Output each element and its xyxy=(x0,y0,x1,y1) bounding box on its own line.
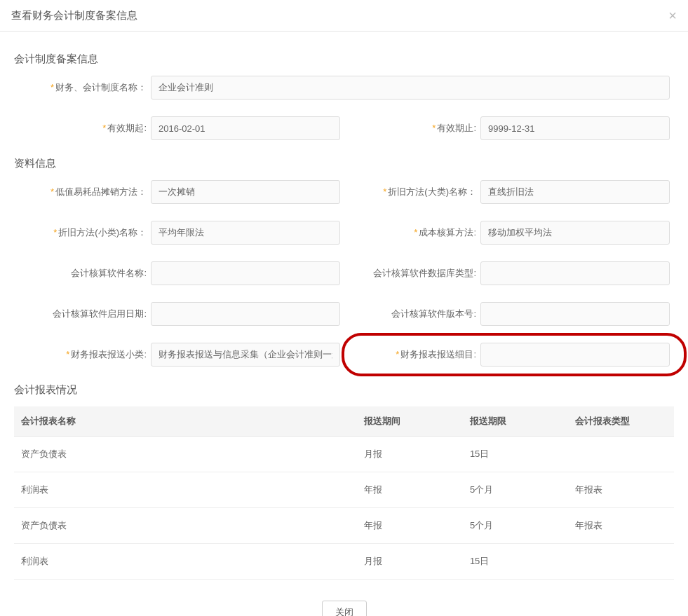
label-system-name: 财务、会计制度名称： xyxy=(14,81,151,94)
cell-period: 年报 xyxy=(357,508,463,544)
label-rpt-minor: 财务报表报送小类: xyxy=(14,348,151,361)
close-icon[interactable]: × xyxy=(668,8,677,22)
table-row: 利润表 年报 5个月 年报表 xyxy=(14,472,674,508)
highlight-rpt-detail: 财务报表报送细目: xyxy=(354,343,674,367)
cell-name: 资产负债表 xyxy=(14,508,357,544)
table-row: 资产负债表 月报 15日 xyxy=(14,437,674,472)
input-sw-db[interactable] xyxy=(480,261,670,285)
th-period: 报送期间 xyxy=(357,406,463,437)
close-button[interactable]: 关闭 xyxy=(322,601,367,616)
cell-deadline: 15日 xyxy=(463,544,569,580)
label-sw-ver: 会计核算软件版本号: xyxy=(354,308,480,320)
input-sw-name[interactable] xyxy=(151,261,340,285)
th-name: 会计报表名称 xyxy=(14,406,357,437)
cell-type: 年报表 xyxy=(568,472,674,508)
input-sw-date[interactable] xyxy=(151,302,340,326)
cell-name: 利润表 xyxy=(14,544,357,580)
dialog-footer: 关闭 xyxy=(0,587,688,616)
table-header-row: 会计报表名称 报送期间 报送期限 会计报表类型 xyxy=(14,406,674,437)
input-low-value[interactable] xyxy=(151,180,340,204)
cell-type: 年报表 xyxy=(568,508,674,544)
th-type: 会计报表类型 xyxy=(568,406,674,437)
report-table-container: 会计报表名称 报送期间 报送期限 会计报表类型 资产负债表 月报 15日 利润表… xyxy=(14,406,674,580)
cell-deadline: 5个月 xyxy=(463,508,569,544)
cell-period: 月报 xyxy=(357,544,463,580)
section-report-info: 会计报表情况 xyxy=(14,383,674,397)
cell-period: 年报 xyxy=(357,472,463,508)
input-valid-to[interactable] xyxy=(480,116,670,140)
dialog-title: 查看财务会计制度备案信息 xyxy=(11,9,137,22)
input-system-name[interactable] xyxy=(151,76,670,100)
report-table: 会计报表名称 报送期间 报送期限 会计报表类型 资产负债表 月报 15日 利润表… xyxy=(14,406,674,580)
input-depr-minor[interactable] xyxy=(151,221,340,245)
cell-type xyxy=(568,437,674,472)
table-row: 利润表 月报 15日 xyxy=(14,544,674,580)
input-sw-ver[interactable] xyxy=(480,302,670,326)
cell-deadline: 15日 xyxy=(463,437,569,472)
section-filing-info: 会计制度备案信息 xyxy=(14,53,674,66)
input-valid-from[interactable] xyxy=(151,116,340,140)
dialog-header: 查看财务会计制度备案信息 × xyxy=(0,0,688,32)
label-valid-from: 有效期起: xyxy=(14,122,151,135)
cell-name: 利润表 xyxy=(14,472,357,508)
cell-deadline: 5个月 xyxy=(463,472,569,508)
label-cost-method: 成本核算方法: xyxy=(354,226,480,239)
dialog-body: 会计制度备案信息 财务、会计制度名称： 有效期起: 有效期止: 资料信息 低值易… xyxy=(0,32,688,587)
cell-type xyxy=(568,544,674,580)
label-sw-date: 会计核算软件启用日期: xyxy=(14,308,151,320)
label-sw-name: 会计核算软件名称: xyxy=(14,267,151,280)
label-low-value: 低值易耗品摊销方法： xyxy=(14,186,151,198)
label-depr-minor: 折旧方法(小类)名称： xyxy=(14,226,151,239)
cell-name: 资产负债表 xyxy=(14,437,357,472)
label-sw-db: 会计核算软件数据库类型: xyxy=(354,267,480,280)
table-row: 资产负债表 年报 5个月 年报表 xyxy=(14,508,674,544)
label-valid-to: 有效期止: xyxy=(354,122,480,135)
label-depr-major: 折旧方法(大类)名称： xyxy=(354,186,480,198)
input-cost-method[interactable] xyxy=(480,221,670,245)
th-deadline: 报送期限 xyxy=(463,406,569,437)
input-depr-major[interactable] xyxy=(480,180,670,204)
label-rpt-detail: 财务报表报送细目: xyxy=(354,348,480,361)
input-rpt-minor[interactable] xyxy=(151,343,340,367)
cell-period: 月报 xyxy=(357,437,463,472)
input-rpt-detail[interactable] xyxy=(480,343,670,367)
section-material-info: 资料信息 xyxy=(14,157,674,170)
